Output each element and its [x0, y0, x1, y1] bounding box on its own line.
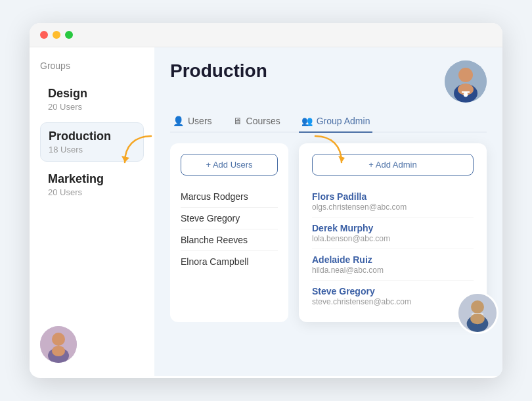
- tab-courses-label: Courses: [246, 116, 280, 126]
- group-count-design: 20 Users: [48, 102, 136, 112]
- avatar-female-icon: [40, 326, 77, 363]
- user-item-2: Blanche Reeves: [181, 229, 278, 251]
- main-title: Production: [170, 60, 267, 82]
- group-admin-tab-icon: 👥: [301, 116, 313, 126]
- admin-item-1: Derek Murphy lola.benson@abc.com: [312, 218, 474, 249]
- user-item-3: Elnora Campbell: [181, 251, 278, 272]
- browser-content: Groups Design 20 Users Production 18 Use…: [30, 47, 502, 376]
- browser-bar: [30, 23, 502, 47]
- admin-name-0[interactable]: Flors Padilla: [312, 191, 474, 202]
- admin-email-1: lola.benson@abc.com: [312, 234, 474, 243]
- main-header: Production: [170, 60, 487, 103]
- courses-tab-icon: 🖥: [233, 116, 242, 126]
- maximize-dot[interactable]: [65, 31, 73, 39]
- avatar-top-right: [445, 60, 487, 103]
- sidebar-title: Groups: [40, 60, 144, 71]
- admin-item-2: Adelaide Ruiz hilda.neal@abc.com: [312, 249, 474, 281]
- user-item-1: Steve Gregory: [181, 208, 278, 229]
- avatar-bottom-right: [456, 292, 499, 334]
- users-tab-icon: 👤: [173, 116, 184, 126]
- svg-point-10: [464, 93, 468, 97]
- close-dot[interactable]: [40, 31, 48, 39]
- avatar-doctor-female-icon: [445, 60, 487, 103]
- admin-name-3[interactable]: Steve Gregory: [312, 286, 474, 296]
- admin-email-0: olgs.christensen@abc.com: [312, 202, 474, 212]
- admin-name-1[interactable]: Derek Murphy: [312, 223, 474, 233]
- admin-panel: + Add Admin Flors Padilla olgs.christens…: [299, 143, 487, 322]
- avatar-doctor-male-icon: [458, 294, 497, 332]
- sidebar-item-design[interactable]: Design 20 Users: [40, 80, 144, 118]
- admin-email-3: steve.christensen@abc.com: [312, 297, 474, 306]
- minimize-dot[interactable]: [53, 31, 60, 39]
- add-admin-button[interactable]: + Add Admin: [312, 154, 474, 176]
- users-list: Marcus Rodgers Steve Gregory Blanche Ree…: [181, 186, 278, 272]
- group-name-production: Production: [49, 130, 135, 143]
- svg-point-3: [52, 346, 65, 356]
- svg-point-12: [471, 300, 484, 314]
- admin-email-2: hilda.neal@abc.com: [312, 266, 474, 275]
- group-name-design: Design: [48, 87, 136, 101]
- tab-users[interactable]: 👤 Users: [170, 110, 215, 133]
- group-count-marketing: 20 Users: [48, 187, 136, 197]
- sidebar: Groups Design 20 Users Production 18 Use…: [30, 47, 154, 376]
- users-panel: + Add Users Marcus Rodgers Steve Gregory…: [170, 143, 288, 322]
- admin-list: Flors Padilla olgs.christensen@abc.com D…: [312, 186, 474, 312]
- browser-window: Groups Design 20 Users Production 18 Use…: [30, 23, 502, 378]
- admin-item-3: Steve Gregory steve.christensen@abc.com: [312, 281, 474, 312]
- svg-point-15: [470, 314, 485, 324]
- group-name-marketing: Marketing: [48, 172, 136, 186]
- admin-item-0: Flors Padilla olgs.christensen@abc.com: [312, 186, 474, 218]
- user-item-0: Marcus Rodgers: [181, 186, 278, 208]
- add-users-button[interactable]: + Add Users: [181, 154, 278, 176]
- tab-group-admin-label: Group Admin: [317, 116, 370, 126]
- content-area: + Add Users Marcus Rodgers Steve Gregory…: [170, 143, 487, 322]
- sidebar-item-marketing[interactable]: Marketing 20 Users: [40, 166, 144, 204]
- tab-courses[interactable]: 🖥 Courses: [231, 110, 283, 133]
- sidebar-item-production[interactable]: Production 18 Users: [40, 122, 144, 162]
- avatar-bottom-left: [40, 326, 77, 363]
- svg-point-6: [458, 68, 473, 82]
- tabs-bar: 👤 Users 🖥 Courses 👥 Group Admin: [170, 110, 487, 133]
- group-count-production: 18 Users: [49, 145, 135, 154]
- admin-name-2[interactable]: Adelaide Ruiz: [312, 254, 474, 265]
- tab-users-label: Users: [188, 116, 212, 126]
- tab-group-admin[interactable]: 👥 Group Admin: [299, 110, 373, 133]
- svg-point-1: [52, 333, 65, 346]
- main-panel: Production 👤 Users: [154, 47, 502, 376]
